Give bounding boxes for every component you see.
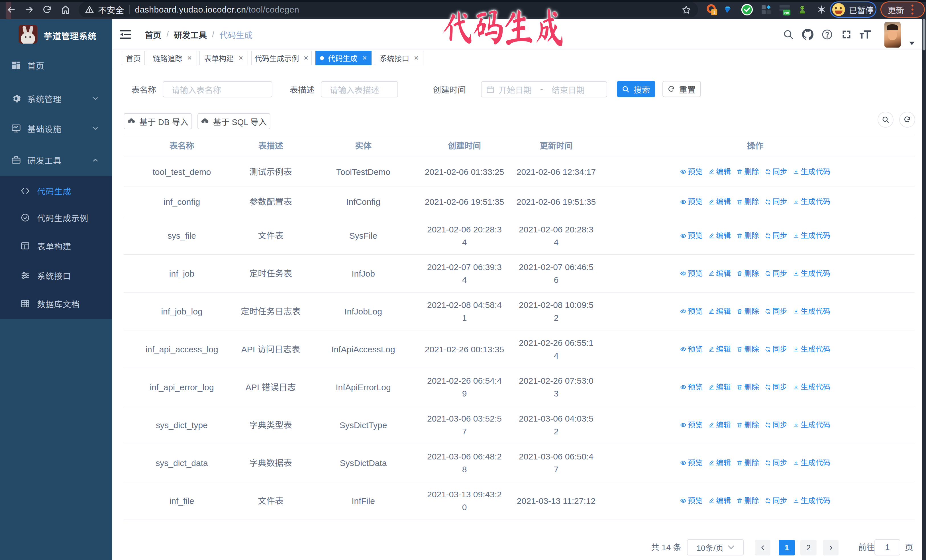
svg-text:1: 1 [713, 10, 716, 15]
svg-text:on: on [784, 10, 789, 15]
